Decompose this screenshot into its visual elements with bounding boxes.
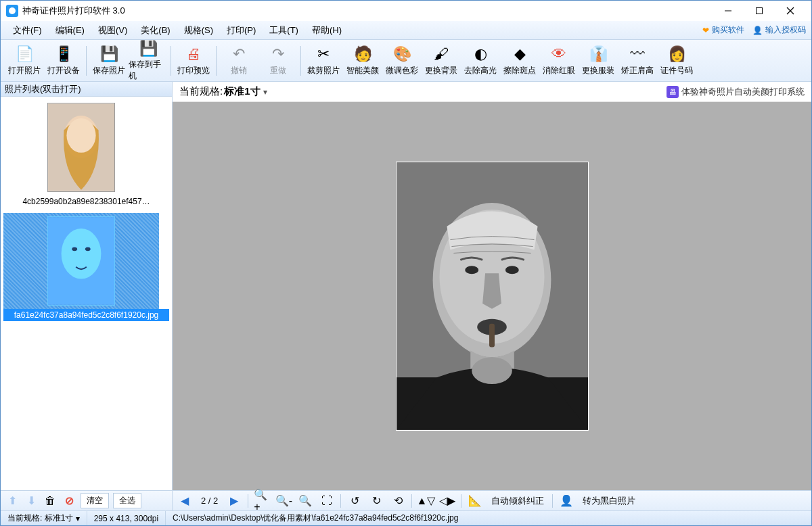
thumbnail-image	[47, 103, 115, 192]
menu-tools[interactable]: 工具(T)	[263, 22, 305, 39]
beauty-button[interactable]: 🧑智能美颜	[343, 41, 382, 80]
highlight-button[interactable]: ◐去除高光	[461, 41, 500, 80]
redo-button[interactable]: ↷重做	[258, 41, 298, 80]
canvas-bottom-bar: ◀ 2 / 2 ▶ 🔍+ 🔍- 🔍 ⛶ ↺ ↻ ⟲ ▲▽ ◁▶ 📐 自动倾斜纠正…	[173, 490, 811, 510]
eye-icon: 👁	[549, 45, 568, 64]
menu-edit[interactable]: 编辑(E)	[49, 22, 91, 39]
delete-button[interactable]: 🗑	[43, 494, 58, 508]
color-button[interactable]: 🎨微调色彩	[382, 41, 422, 80]
sidebar-bottom-bar: ⬆ ⬇ 🗑 ⊘ 清空 全选	[1, 490, 172, 510]
remove-button[interactable]: ⊘	[62, 494, 76, 508]
crop-icon: ✂	[314, 45, 333, 64]
clear-button[interactable]: 清空	[81, 493, 109, 508]
zoom-out-button[interactable]: 🔍-	[275, 493, 292, 509]
spot-button[interactable]: ◆擦除斑点	[500, 41, 539, 80]
undo-icon: ↶	[229, 45, 248, 64]
svg-point-8	[62, 229, 102, 279]
shoulder-icon: 〰	[628, 45, 647, 64]
menu-print[interactable]: 打印(P)	[220, 22, 263, 39]
save-phone-button[interactable]: 💾保存到手机	[129, 41, 168, 80]
select-all-button[interactable]: 全选	[113, 493, 141, 508]
app-title: 神奇证件照片打印软件 3.0	[22, 5, 125, 17]
user-icon: 👤	[752, 26, 763, 35]
face-icon: 🧑	[353, 45, 372, 64]
id-photo-icon: 👩	[667, 45, 686, 64]
redo-icon: ↷	[269, 45, 288, 64]
rotate-180-button[interactable]: ⟲	[390, 493, 406, 509]
minimize-button[interactable]	[713, 1, 744, 21]
status-dimensions: 295 x 413, 300dpi	[87, 511, 166, 525]
undo-button[interactable]: ↶撤销	[219, 41, 258, 80]
menu-spec[interactable]: 规格(S)	[177, 22, 220, 39]
thumbnail-item[interactable]: 4cb2599a0b2a89e8238301ef457…	[3, 99, 169, 208]
toolbar: 📄打开照片 📱打开设备 💾保存照片 💾保存到手机 🖨打印预览 ↶撤销 ↷重做 ✂…	[1, 40, 811, 82]
shoulder-button[interactable]: 〰矫正肩高	[618, 41, 657, 80]
promo-icon: 🖶	[667, 86, 679, 98]
menu-view[interactable]: 视图(V)	[91, 22, 134, 39]
idnum-button[interactable]: 👩证件号码	[657, 41, 696, 80]
spec-dropdown[interactable]: ▾	[263, 87, 267, 97]
photo-list-sidebar: 照片列表(双击打开) 4cb2599a0b2a89e8238301ef457… …	[1, 82, 173, 510]
move-up-button[interactable]: ⬆	[5, 494, 20, 508]
flip-v-button[interactable]: ◁▶	[439, 493, 455, 509]
svg-point-9	[72, 247, 77, 251]
svg-point-15	[465, 266, 478, 274]
open-photo-button[interactable]: 📄打开照片	[5, 41, 44, 80]
menu-help[interactable]: 帮助(H)	[305, 22, 348, 39]
enter-license-link[interactable]: 👤输入授权码	[752, 24, 806, 36]
statusbar: 当前规格: 标准1寸 ▾ 295 x 413, 300dpi C:\Users\…	[1, 510, 811, 525]
zoom-actual-button[interactable]: 🔍	[297, 493, 313, 509]
zoom-in-button[interactable]: 🔍+	[254, 493, 270, 509]
file-icon: 📄	[15, 45, 34, 64]
highlight-icon: ◐	[471, 45, 490, 64]
next-page-button[interactable]: ▶	[226, 493, 242, 509]
save-icon: 💾	[99, 45, 118, 64]
auto-tilt-icon: 📐	[467, 493, 483, 509]
maximize-button[interactable]	[744, 1, 775, 21]
thumbnail-caption: 4cb2599a0b2a89e8238301ef457…	[3, 195, 169, 208]
redeye-button[interactable]: 👁消除红眼	[539, 41, 579, 80]
buy-software-link[interactable]: ❤购买软件	[702, 24, 744, 36]
flip-h-button[interactable]: ▲▽	[418, 493, 434, 509]
svg-rect-18	[489, 324, 495, 348]
thumbnail-image	[47, 216, 115, 306]
close-button[interactable]	[775, 1, 806, 21]
background-button[interactable]: 🖌更换背景	[422, 41, 461, 80]
bg-icon: 🖌	[432, 45, 451, 64]
phone-icon: 📱	[54, 45, 73, 64]
spec-label: 当前规格:	[179, 85, 223, 98]
move-down-button[interactable]: ⬇	[24, 494, 39, 508]
rotate-left-button[interactable]: ↺	[346, 493, 363, 509]
suit-icon: 👔	[589, 45, 608, 64]
status-spec[interactable]: 当前规格: 标准1寸 ▾	[1, 511, 87, 525]
auto-tilt-button[interactable]: 自动倾斜纠正	[489, 495, 547, 507]
save-phone-icon: 💾	[139, 40, 158, 57]
menu-file[interactable]: 文件(F)	[6, 22, 49, 39]
spec-value: 标准1寸	[224, 85, 260, 98]
svg-point-16	[505, 266, 518, 274]
svg-point-10	[85, 247, 91, 251]
print-preview-button[interactable]: 🖨打印预览	[174, 41, 213, 80]
rotate-right-button[interactable]: ↻	[368, 493, 384, 509]
svg-rect-1	[757, 8, 763, 14]
save-photo-button[interactable]: 💾保存照片	[89, 41, 129, 80]
app-icon	[6, 5, 18, 17]
thumbnail-item[interactable]: fa61e24fc37a8a94fed5c2c8f6f1920c.jpg	[3, 213, 169, 321]
clothes-button[interactable]: 👔更换服装	[579, 41, 618, 80]
open-device-button[interactable]: 📱打开设备	[44, 41, 83, 80]
status-filepath: C:\Users\admin\Desktop\优化备用素材\fa61e24fc3…	[166, 511, 811, 525]
menu-beauty[interactable]: 美化(B)	[134, 22, 177, 39]
sidebar-header: 照片列表(双击打开)	[1, 82, 172, 97]
svg-point-6	[66, 118, 95, 153]
fit-screen-button[interactable]: ⛶	[319, 493, 335, 509]
prev-page-button[interactable]: ◀	[177, 493, 193, 509]
bw-icon: 👤	[558, 493, 574, 509]
svg-point-19	[472, 357, 512, 384]
to-bw-button[interactable]: 转为黑白照片	[580, 495, 638, 507]
crop-button[interactable]: ✂裁剪照片	[304, 41, 343, 80]
promo-link[interactable]: 🖶体验神奇照片自动美颜打印系统	[667, 86, 805, 98]
thumbnail-list: 4cb2599a0b2a89e8238301ef457… fa61e24fc37…	[1, 97, 172, 490]
eraser-icon: ◆	[510, 45, 529, 64]
canvas[interactable]	[173, 102, 811, 490]
thumbnail-caption: fa61e24fc37a8a94fed5c2c8f6f1920c.jpg	[3, 309, 169, 321]
